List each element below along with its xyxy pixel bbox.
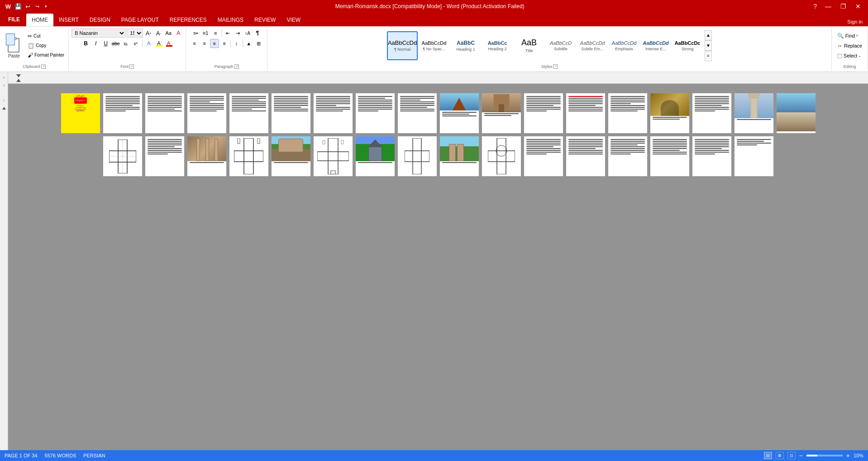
bullets-btn[interactable]: ≡• (191, 29, 200, 38)
page-thumb-31[interactable] (608, 136, 648, 177)
font-name-selector[interactable]: B Nazanin (72, 29, 126, 38)
font-color-btn[interactable]: A (164, 39, 173, 48)
shading-btn[interactable]: ▲ (244, 39, 253, 48)
redo-quick-btn[interactable]: ↪ (33, 2, 41, 10)
tab-file[interactable]: FILE (2, 13, 26, 26)
align-center-btn[interactable]: ≡ (200, 39, 209, 48)
bold-btn[interactable]: B (81, 39, 91, 48)
page-thumb-22[interactable] (229, 136, 269, 177)
paste-button[interactable]: Paste (3, 31, 25, 60)
save-quick-btn[interactable]: 💾 (14, 2, 22, 10)
signin-btn[interactable]: Sign in (842, 17, 868, 26)
page-thumb-25[interactable] (355, 136, 395, 177)
styles-expander[interactable]: ↗ (553, 64, 558, 69)
page-thumb-1[interactable]: تحقیق آنلاین Tahghighorline.ir مرجع دانل… (61, 93, 100, 134)
style-no-spacing[interactable]: AaBbCcDd ¶ No Spac... (419, 31, 449, 60)
borders-btn[interactable]: ⊞ (254, 39, 263, 48)
select-button[interactable]: ⬚ Select - (835, 51, 864, 60)
clipboard-expander[interactable]: ↗ (41, 64, 46, 69)
text-effects-btn[interactable]: A (144, 39, 153, 48)
page-thumb-17[interactable] (734, 93, 774, 134)
page-thumb-29[interactable] (524, 136, 563, 177)
page-thumb-24[interactable] (313, 136, 353, 177)
style-subtle-em[interactable]: AaBbCcDd Subtle Em... (577, 31, 608, 60)
page-thumb-32[interactable] (650, 136, 690, 177)
help-btn[interactable]: ? (811, 3, 820, 10)
page-thumb-7[interactable] (313, 93, 353, 134)
sort-btn[interactable]: ↕A (243, 29, 252, 38)
page-thumb-26[interactable] (397, 136, 437, 177)
find-button[interactable]: 🔍 Find ▾ (835, 31, 864, 40)
page-thumb-16[interactable] (692, 93, 732, 134)
show-hide-btn[interactable]: ¶ (253, 29, 262, 38)
tab-insert[interactable]: INSERT (53, 14, 84, 26)
increase-indent-btn[interactable]: ⇥ (233, 29, 242, 38)
page-thumb-27[interactable] (439, 136, 479, 177)
page-thumb-4[interactable] (187, 93, 227, 134)
styles-scroll-down[interactable]: ▼ (705, 40, 712, 51)
style-heading1[interactable]: AaBbC Heading 1 (450, 31, 481, 60)
close-btn[interactable]: ✕ (852, 2, 864, 11)
tab-mailings[interactable]: MAILINGS (212, 14, 249, 26)
web-layout-btn[interactable]: ⊡ (787, 452, 796, 459)
font-grow-btn[interactable]: A+ (144, 29, 153, 38)
page-thumb-3[interactable] (145, 93, 185, 134)
zoom-plus-btn[interactable]: + (846, 452, 850, 459)
align-left-btn[interactable]: ≡ (190, 39, 199, 48)
style-intense-em[interactable]: AaBbCcDd Intense E... (640, 31, 671, 60)
tab-pagelayout[interactable]: PAGE LAYOUT (116, 14, 164, 26)
copy-button[interactable]: 📋 Copy (26, 41, 66, 50)
style-normal[interactable]: AaBbCcDd ¶ Normal (387, 31, 418, 60)
page-thumb-6[interactable] (271, 93, 311, 134)
page-thumb-21[interactable] (187, 136, 227, 177)
highlight-btn[interactable]: A (154, 39, 163, 48)
page-thumb-20[interactable] (145, 136, 185, 177)
style-heading2[interactable]: AaBbCc Heading 2 (482, 31, 513, 60)
cut-button[interactable]: ✂ Cut (26, 32, 66, 41)
font-size-selector[interactable]: 15 (127, 29, 143, 38)
minimize-btn[interactable]: — (821, 2, 835, 11)
page-thumb-14[interactable] (608, 93, 648, 134)
page-thumb-15[interactable] (650, 93, 690, 134)
page-thumb-2[interactable] (103, 93, 143, 134)
style-strong[interactable]: AaBbCcDc Strong (672, 31, 703, 60)
page-thumb-33[interactable] (692, 136, 732, 177)
tab-review[interactable]: REVIEW (249, 14, 281, 26)
font-expander[interactable]: ↗ (129, 64, 134, 69)
page-thumb-19[interactable] (103, 136, 143, 177)
subscript-btn[interactable]: x₂ (121, 39, 130, 48)
page-thumb-9[interactable] (397, 93, 437, 134)
paragraph-expander[interactable]: ↗ (234, 64, 239, 69)
page-thumb-18[interactable] (776, 93, 816, 134)
change-case-btn[interactable]: Aa (164, 29, 173, 38)
page-thumb-12[interactable] (524, 93, 563, 134)
font-shrink-btn[interactable]: A- (154, 29, 163, 38)
tab-view[interactable]: VIEW (281, 14, 306, 26)
multi-level-btn[interactable]: ≡ (211, 29, 220, 38)
styles-more-btn[interactable]: ≡ (705, 51, 712, 61)
tab-home[interactable]: HOME (26, 14, 53, 26)
page-thumb-28[interactable] (482, 136, 521, 177)
style-emphasis[interactable]: AaBbCcDd Emphasis (609, 31, 639, 60)
styles-scroll-up[interactable]: ▲ (705, 30, 712, 41)
document-area[interactable]: تحقیق آنلاین Tahghighorline.ir مرجع دانل… (8, 84, 868, 450)
tab-design[interactable]: DESIGN (84, 14, 116, 26)
qa-more-btn[interactable]: ▾ (43, 2, 49, 10)
justify-btn[interactable]: ≡ (220, 39, 229, 48)
underline-btn[interactable]: U (101, 39, 110, 48)
superscript-btn[interactable]: x² (131, 39, 140, 48)
page-thumb-13[interactable] (566, 93, 606, 134)
line-spacing-btn[interactable]: ↕ (232, 39, 241, 48)
zoom-minus-btn[interactable]: − (799, 452, 803, 459)
format-painter-button[interactable]: 🖌 Format Painter (26, 51, 66, 60)
maximize-btn[interactable]: ❐ (837, 2, 850, 11)
page-thumb-10[interactable] (439, 93, 479, 134)
align-right-btn[interactable]: ≡ (210, 39, 219, 48)
replace-button[interactable]: ↔ Replace (835, 41, 864, 50)
tab-references[interactable]: REFERENCES (164, 14, 212, 26)
read-mode-btn[interactable]: ⊠ (776, 452, 784, 459)
style-subtitle[interactable]: AaBbCcD Subtitle (545, 31, 576, 60)
undo-quick-btn[interactable]: ↩ (24, 2, 32, 10)
zoom-slider[interactable] (806, 455, 843, 456)
numbering-btn[interactable]: ≡1 (201, 29, 210, 38)
